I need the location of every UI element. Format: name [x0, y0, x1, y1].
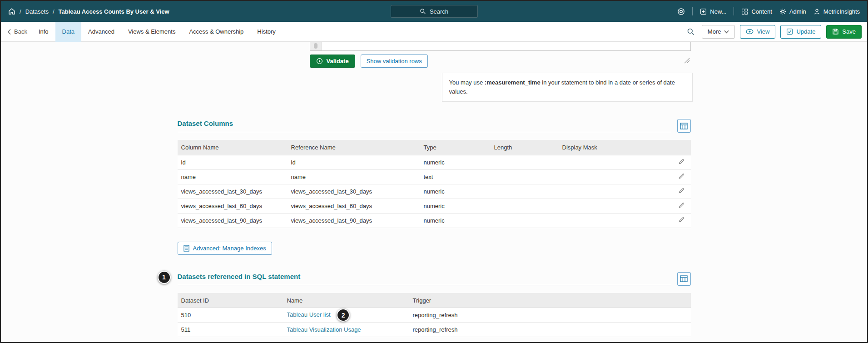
cell-reference-name: name — [288, 169, 420, 184]
home-icon[interactable] — [8, 8, 15, 15]
table-row: name name text — [178, 169, 691, 184]
table-row: 511 Tableau Visualization Usage reportin… — [178, 323, 691, 337]
table-row: id id numeric — [178, 155, 691, 169]
content-grid-icon — [741, 8, 748, 15]
column-header: Name — [283, 293, 409, 308]
topbar-divider — [734, 7, 734, 15]
show-validation-rows-button[interactable]: Show validation rows — [361, 55, 428, 68]
resize-grip-icon[interactable] — [683, 56, 691, 66]
validate-row: Validate Show validation rows — [310, 55, 691, 68]
top-navigation-bar: / Datasets / Tableau Access Counts By Us… — [1, 1, 867, 22]
breadcrumb-separator: / — [53, 8, 55, 15]
tab-advanced[interactable]: Advanced — [81, 22, 121, 42]
tab-info[interactable]: Info — [32, 22, 55, 42]
edit-column-button[interactable] — [676, 171, 687, 182]
sql-statement-editor[interactable] — [310, 42, 691, 51]
update-button-label: Update — [796, 28, 815, 35]
edit-column-button[interactable] — [676, 200, 687, 211]
tab-access-ownership[interactable]: Access & Ownership — [182, 22, 250, 42]
back-button[interactable]: Back — [7, 28, 27, 35]
tab-data[interactable]: Data — [55, 22, 81, 42]
check-square-icon — [786, 28, 793, 35]
cell-type: numeric — [420, 184, 491, 199]
edit-column-button[interactable] — [676, 215, 687, 226]
cell-column-name: views_accessed_last_30_days — [178, 184, 288, 199]
column-header: Dataset ID — [178, 293, 283, 308]
cell-display-mask — [559, 155, 671, 169]
cell-type: numeric — [420, 213, 491, 228]
dataset-columns-table: Column Name Reference Name Type Length D… — [178, 140, 691, 228]
save-icon — [832, 28, 839, 35]
breadcrumb: / Datasets / Tableau Access Counts By Us… — [8, 8, 169, 15]
table-row: views_accessed_last_30_days views_access… — [178, 184, 691, 199]
table-icon — [680, 275, 688, 282]
sql-editor-region: Validate Show validation rows You may us… — [310, 42, 691, 102]
validate-button[interactable]: Validate — [310, 55, 355, 68]
plus-square-icon — [700, 8, 707, 15]
cell-dataset-name: Tableau Visualization Usage — [283, 323, 409, 337]
referenced-datasets-section-header: 1 Datasets referenced in SQL statement — [178, 272, 691, 286]
save-button[interactable]: Save — [826, 25, 862, 39]
cell-trigger: reporting_refresh — [409, 323, 691, 337]
page-search-button[interactable] — [685, 26, 697, 38]
advanced-manage-indexes-button[interactable]: Advanced: Manage Indexes — [178, 242, 272, 255]
cell-reference-name: id — [288, 155, 420, 169]
edit-column-button[interactable] — [676, 157, 687, 168]
content-menu[interactable]: Content — [741, 8, 772, 15]
table-row: views_accessed_last_90_days views_access… — [178, 213, 691, 228]
dataset-link-tableau-visualization-usage[interactable]: Tableau Visualization Usage — [287, 326, 361, 333]
cell-column-name: name — [178, 169, 288, 184]
gear-icon — [779, 8, 786, 15]
advanced-manage-indexes-label: Advanced: Manage Indexes — [193, 245, 266, 252]
breadcrumb-current-page: Tableau Access Counts By User & View — [59, 8, 169, 15]
cell-length — [491, 199, 559, 213]
pencil-icon — [678, 202, 685, 209]
search-icon — [687, 28, 695, 36]
save-button-label: Save — [842, 28, 856, 35]
support-icon[interactable] — [677, 8, 685, 15]
search-placeholder: Search — [430, 8, 448, 15]
cell-type: text — [420, 169, 491, 184]
dataset-link-tableau-user-list[interactable]: Tableau User list — [287, 311, 331, 318]
global-search-input[interactable]: Search — [391, 5, 478, 18]
cell-length — [491, 169, 559, 184]
table-icon — [680, 123, 688, 129]
account-menu-label: MetricInsights — [823, 8, 860, 15]
eye-icon — [746, 29, 754, 35]
column-header: Length — [491, 140, 559, 155]
referenced-datasets-grid-view-button[interactable] — [677, 272, 691, 286]
pencil-icon — [678, 216, 685, 223]
new-button[interactable]: New... — [700, 8, 726, 15]
update-button[interactable]: Update — [780, 25, 821, 39]
tab-history[interactable]: History — [250, 22, 282, 42]
view-button-label: View — [757, 28, 769, 35]
cell-reference-name: views_accessed_last_30_days — [288, 184, 420, 199]
new-button-label: New... — [710, 8, 726, 15]
referenced-datasets-table: Dataset ID Name Trigger 510 Tableau User… — [178, 293, 691, 338]
account-menu[interactable]: MetricInsights — [813, 8, 860, 15]
referenced-datasets-title: Datasets referenced in SQL statement — [178, 273, 301, 280]
pencil-icon — [678, 158, 685, 165]
column-header: Reference Name — [288, 140, 420, 155]
pencil-icon — [678, 173, 685, 179]
show-validation-rows-label: Show validation rows — [367, 58, 422, 65]
editor-scrollbar-thumb[interactable] — [314, 43, 317, 49]
cell-display-mask — [559, 184, 671, 199]
cell-column-name: views_accessed_last_60_days — [178, 199, 288, 213]
breadcrumb-datasets-link[interactable]: Datasets — [25, 8, 49, 15]
cell-dataset-id: 510 — [178, 308, 283, 323]
chevron-left-icon — [7, 29, 11, 35]
cell-type: numeric — [420, 155, 491, 169]
more-button[interactable]: More — [702, 25, 735, 39]
tab-views-elements[interactable]: Views & Elements — [121, 22, 183, 42]
dataset-columns-grid-view-button[interactable] — [677, 119, 691, 133]
dataset-editor-toolbar: Back Info Data Advanced Views & Elements… — [1, 22, 867, 42]
cell-length — [491, 213, 559, 228]
more-button-label: More — [708, 28, 721, 35]
app-window: / Datasets / Tableau Access Counts By Us… — [0, 0, 868, 343]
view-button[interactable]: View — [740, 25, 775, 39]
edit-column-button[interactable] — [676, 186, 687, 197]
admin-menu[interactable]: Admin — [779, 8, 806, 15]
column-header-actions — [671, 140, 691, 155]
cell-length — [491, 155, 559, 169]
